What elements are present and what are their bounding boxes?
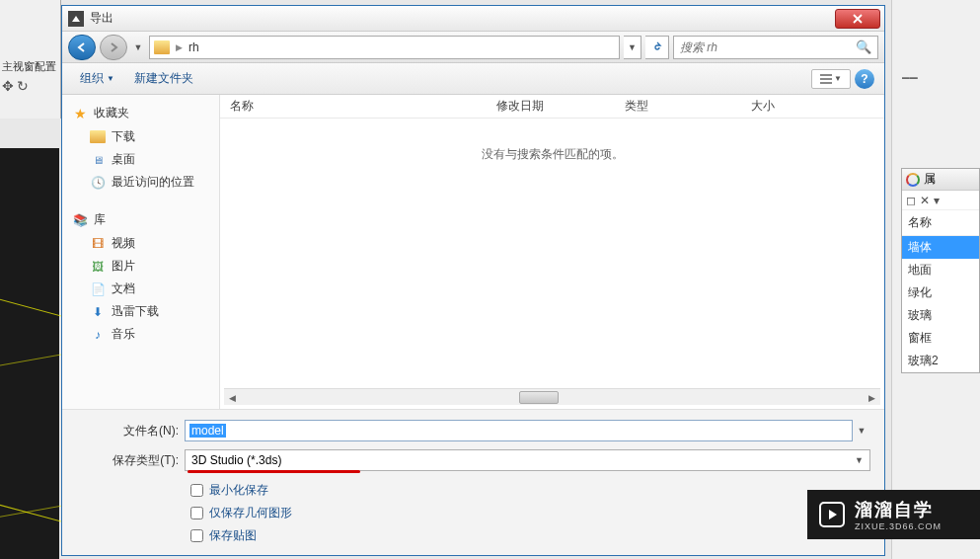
refresh-button[interactable] (645, 36, 669, 59)
col-header-name[interactable]: 名称 (220, 98, 487, 115)
window-title: 导出 (90, 10, 835, 27)
dialog-body: ★ 收藏夹 下载 🖥 桌面 🕓 最近访问的位置 📚 库 🎞 (62, 95, 884, 409)
new-layer-icon[interactable]: ◻ (906, 194, 916, 207)
column-headers: 名称 修改日期 类型 大小 (220, 95, 884, 119)
filename-input[interactable]: model (185, 420, 853, 441)
sidebar-libraries[interactable]: 📚 库 (62, 207, 219, 232)
breadcrumb-separator: ▶ (176, 42, 183, 52)
panel-tab-label[interactable]: 属 (924, 171, 936, 188)
right-toolbar: ⎯⎯ (896, 59, 980, 83)
svg-rect-0 (820, 74, 832, 76)
sidebar-item-thunder[interactable]: ⬇ 迅雷下载 (62, 300, 219, 323)
sidebar-item-videos[interactable]: 🎞 视频 (62, 232, 219, 255)
annotation-underline (188, 470, 360, 473)
desktop-icon: 🖥 (90, 152, 106, 168)
chevron-down-icon: ▼ (855, 455, 864, 465)
scroll-thumb[interactable] (519, 391, 559, 404)
picture-icon: 🖼 (90, 259, 106, 275)
view-mode-button[interactable]: ▼ (811, 69, 851, 89)
filetype-select[interactable]: 3D Studio (*.3ds) ▼ (185, 449, 870, 471)
library-icon: 📚 (72, 212, 88, 228)
nav-back-button[interactable] (68, 35, 96, 60)
file-area[interactable]: 没有与搜索条件匹配的项。 (220, 119, 884, 388)
layers-panel: 属 ◻ ✕ ▾ 名称 墙体 地面 绿化 玻璃 窗框 玻璃2 (901, 168, 980, 373)
color-wheel-icon[interactable] (906, 173, 920, 187)
filetype-value: 3D Studio (*.3ds) (191, 453, 281, 467)
music-icon: ♪ (90, 327, 106, 343)
sidebar: ★ 收藏夹 下载 🖥 桌面 🕓 最近访问的位置 📚 库 🎞 (62, 95, 220, 409)
panel-toolbar: ◻ ✕ ▾ (902, 191, 979, 210)
checkbox-texture[interactable]: 保存贴图 (190, 524, 870, 547)
layer-item[interactable]: 玻璃 (902, 304, 979, 327)
layer-item[interactable]: 地面 (902, 259, 979, 281)
left-toolbar-fragment: 主视窗配置 ✥ ↻ (0, 0, 61, 119)
breadcrumb-dropdown[interactable]: ▼ (624, 36, 641, 59)
col-header-size[interactable]: 大小 (741, 98, 820, 115)
chevron-down-icon: ▼ (107, 74, 114, 83)
checkbox-minimize-input[interactable] (190, 484, 203, 497)
delete-layer-icon[interactable]: ✕ (920, 194, 930, 207)
file-list-pane: 名称 修改日期 类型 大小 没有与搜索条件匹配的项。 ◀ ▶ (220, 95, 884, 409)
col-header-type[interactable]: 类型 (615, 98, 741, 115)
viewport-wireframe (0, 277, 61, 553)
star-icon: ★ (72, 106, 88, 121)
watermark-url: ZIXUE.3D66.COM (855, 521, 942, 531)
panel-header: 名称 (902, 210, 979, 236)
filename-value: model (189, 424, 226, 438)
col-header-date[interactable]: 修改日期 (487, 98, 615, 115)
breadcrumb[interactable]: ▶ rh (149, 36, 620, 59)
download-icon (90, 129, 106, 145)
sidebar-item-recent[interactable]: 🕓 最近访问的位置 (62, 171, 219, 194)
chevron-down-icon[interactable]: ▾ (934, 194, 940, 207)
empty-message: 没有与搜索条件匹配的项。 (482, 146, 624, 163)
document-icon: 📄 (90, 281, 106, 297)
sidebar-item-desktop[interactable]: 🖥 桌面 (62, 148, 219, 171)
close-button[interactable] (835, 9, 880, 29)
svg-rect-2 (820, 82, 832, 84)
scroll-right-button[interactable]: ▶ (864, 389, 880, 406)
pan-icon[interactable]: ✥ (2, 78, 14, 94)
scroll-left-button[interactable]: ◀ (224, 389, 241, 406)
video-icon: 🎞 (90, 236, 106, 252)
help-button[interactable]: ? (855, 69, 874, 89)
panel-tabs: 属 (902, 169, 979, 191)
layer-item[interactable]: 玻璃2 (902, 350, 979, 372)
sidebar-item-downloads[interactable]: 下载 (62, 125, 219, 148)
viewport-config-label: 主视窗配置 (0, 0, 60, 74)
search-input[interactable] (680, 40, 856, 54)
organize-button[interactable]: 组织 ▼ (72, 67, 122, 90)
checkbox-texture-input[interactable] (190, 529, 203, 542)
sidebar-item-pictures[interactable]: 🖼 图片 (62, 255, 219, 278)
link-icon[interactable]: ⎯⎯ (902, 64, 918, 79)
layer-item[interactable]: 墙体 (902, 236, 979, 259)
folder-icon (154, 40, 170, 54)
watermark: 溜溜自学 ZIXUE.3D66.COM (807, 490, 980, 539)
layer-item[interactable]: 窗框 (902, 327, 979, 350)
sidebar-item-documents[interactable]: 📄 文档 (62, 278, 219, 300)
search-box[interactable]: 🔍 (673, 36, 878, 59)
breadcrumb-item[interactable]: rh (188, 40, 199, 54)
orbit-icon[interactable]: ↻ (17, 78, 29, 94)
svg-rect-1 (820, 78, 832, 80)
filetype-label: 保存类型(T): (76, 452, 185, 469)
checkbox-geometry[interactable]: 仅保存几何图形 (190, 502, 870, 524)
watermark-text: 溜溜自学 (855, 498, 942, 521)
play-icon (819, 502, 845, 527)
filename-label: 文件名(N): (76, 423, 185, 439)
nav-forward-button[interactable] (100, 35, 127, 60)
bottom-form: 文件名(N): model ▼ 保存类型(T): 3D Studio (*.3d… (62, 409, 884, 555)
navbar: ▼ ▶ rh ▼ 🔍 (62, 32, 884, 63)
horizontal-scrollbar[interactable]: ◀ ▶ (224, 388, 880, 405)
export-dialog: 导出 ▼ ▶ rh ▼ 🔍 组织 ▼ 新 (61, 5, 885, 556)
nav-history-dropdown[interactable]: ▼ (131, 42, 145, 52)
checkbox-geometry-input[interactable] (190, 507, 203, 519)
thunder-icon: ⬇ (90, 304, 106, 320)
filename-dropdown[interactable]: ▼ (853, 426, 870, 436)
search-icon[interactable]: 🔍 (856, 40, 871, 54)
app-icon (68, 11, 84, 27)
layer-item[interactable]: 绿化 (902, 281, 979, 304)
checkbox-minimize[interactable]: 最小化保存 (190, 479, 870, 502)
sidebar-item-music[interactable]: ♪ 音乐 (62, 323, 219, 346)
sidebar-favorites[interactable]: ★ 收藏夹 (62, 101, 219, 125)
new-folder-button[interactable]: 新建文件夹 (126, 67, 201, 90)
